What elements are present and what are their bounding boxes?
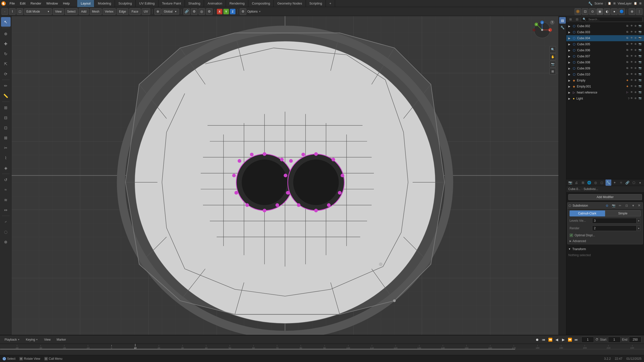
grid-view-icon[interactable]: ⊞ (549, 68, 556, 75)
outliner-search-input[interactable] (587, 17, 641, 22)
tool-select[interactable]: ↖ (1, 17, 11, 27)
outliner-item-cube008[interactable]: ▶ ⬡ Cube.008 ⧉ 👁 ⊕ 📷 (566, 59, 644, 65)
modifier-render-btn[interactable]: 📷 (611, 203, 617, 208)
tool-knife[interactable]: ✂ (1, 143, 11, 153)
modifier-cage-btn[interactable]: ⊡ (624, 203, 630, 208)
tool-randomize[interactable]: ≋ (1, 195, 11, 205)
tool-rip[interactable]: ⊗ (1, 237, 11, 247)
tab-scripting[interactable]: Scripting (306, 0, 326, 7)
prev-frame-btn[interactable]: ⏪ (547, 337, 553, 343)
tool-loop-cut[interactable]: ⊠ (1, 133, 11, 143)
tool-measure[interactable]: 📏 (1, 91, 11, 101)
tab-texture-paint[interactable]: Texture Paint (158, 0, 185, 7)
tool-poly-build[interactable]: ◈ (1, 163, 11, 173)
cube004-render-icon[interactable]: 📷 (638, 36, 642, 40)
tab-shading[interactable]: Shading (185, 0, 204, 7)
uv-menu-btn[interactable]: UV (142, 8, 150, 15)
view-menu-btn[interactable]: View (53, 8, 64, 15)
vertex-mode-btn[interactable]: · (2, 8, 8, 15)
tool-sphere[interactable]: ◌ (1, 227, 11, 237)
props-tab-constraints[interactable]: 🔗 (624, 179, 630, 186)
render-increment-btn[interactable]: ▲ (637, 225, 641, 231)
props-tab-view-layer[interactable]: ⊞ (580, 179, 586, 186)
prop-tab-item[interactable]: ▤ (559, 17, 566, 24)
outliner-item-cube005[interactable]: ▶ ⬡ Cube.005 ⧉ 👁 ⊕ 📷 (566, 41, 644, 47)
props-tab-physics[interactable]: ⚛ (618, 179, 624, 186)
tab-modeling[interactable]: Modeling (94, 0, 115, 7)
optimal-display-checkbox[interactable]: ✓ (570, 234, 573, 237)
outliner-item-cube009[interactable]: ▶ ⬡ Cube.009 ⧉ 👁 ⊕ 📷 (566, 65, 644, 71)
tool-bevel[interactable]: ⊡ (1, 123, 11, 132)
xray-toggle-btn[interactable]: ⊙ (589, 8, 596, 15)
viewport-3d[interactable]: Front Orthographic (1) Cube.004 Millimet… (12, 16, 558, 335)
props-tab-output[interactable]: 🖨 (574, 179, 579, 186)
menu-edit[interactable]: Edit (17, 0, 28, 7)
edge-mode-btn[interactable]: ⌇ (9, 8, 16, 15)
tab-animation[interactable]: Animation (204, 0, 226, 7)
menu-window[interactable]: Window (44, 0, 60, 7)
gizmo-toggle-btn[interactable]: ⊕ (629, 8, 635, 15)
y-axis-btn[interactable]: Y (223, 9, 229, 14)
viewport-shading-rendered[interactable]: ● (611, 8, 618, 15)
outliner-item-cube002[interactable]: ▶ ⬡ Cube.002 ⧉ 👁 ⊕ 📷 (566, 23, 644, 29)
tool-spin[interactable]: ↺ (1, 175, 11, 185)
outliner-item-cube007[interactable]: ▶ ⬡ Cube.007 ⧉ 👁 ⊕ 📷 (566, 53, 644, 59)
playback-menu-btn[interactable]: Playback ▼ (3, 337, 22, 343)
start-frame-input[interactable]: 1 (608, 337, 621, 343)
jump-end-btn[interactable]: ⏭ (573, 337, 579, 343)
props-tab-world[interactable]: ◎ (593, 179, 598, 186)
viewport-shading-material[interactable]: ◐ (604, 8, 610, 15)
timeline-ruler[interactable]: -40 -30 -20 -10 0 10 20 30 40 50 60 70 8… (0, 344, 644, 350)
next-frame-btn[interactable]: ⏩ (567, 337, 573, 343)
camera-view-icon[interactable]: 📷 (549, 61, 556, 67)
props-tab-modifier[interactable]: 🔧 (606, 179, 611, 186)
timeline-scrollbar[interactable] (0, 349, 644, 350)
proportional-edit-btn[interactable]: ◎ (198, 8, 205, 15)
cube003-render-icon[interactable]: 📷 (638, 30, 642, 34)
play-btn[interactable]: ▶ (560, 337, 566, 343)
outliner-item-empty[interactable]: ▶ ◆ Empty ◆ 👁 ⊕ 📷 (566, 77, 644, 83)
tool-transform[interactable]: ⟳ (1, 69, 11, 79)
end-frame-input[interactable]: 250 (629, 337, 641, 343)
outliner-item-heart-reference[interactable]: ▶ ▷ heart reference ▷ 👁 ⊕ 📷 (566, 89, 644, 96)
cube004-select-icon[interactable]: ⊕ (634, 36, 638, 40)
marker-menu-btn[interactable]: Marker (55, 337, 68, 343)
snap-toggle-btn[interactable]: 🔗 (183, 8, 190, 15)
cube002-render-icon[interactable]: 📷 (638, 24, 642, 28)
props-tab-scene[interactable]: 🌐 (586, 179, 592, 186)
more-options-btn[interactable]: ⋮ (636, 8, 642, 15)
outliner-search-bar[interactable]: 🔍 (581, 17, 642, 22)
tab-rendering[interactable]: Rendering (226, 0, 248, 7)
tool-scale[interactable]: ⇱ (1, 59, 11, 69)
catmull-clark-btn[interactable]: Catmull-Clark (570, 210, 605, 216)
outliner-item-cube010[interactable]: ▶ ⬡ Cube.010 ⧉ 👁 ⊕ 📷 (566, 71, 644, 77)
prop-tab-tool[interactable]: 🔧 (559, 24, 566, 31)
outliner-filter-btn[interactable]: ⊞ (568, 17, 573, 22)
overlay-toggle-btn[interactable]: ⊡ (582, 8, 588, 15)
transform-orient-icon[interactable]: ⊕ (154, 8, 161, 15)
simple-btn[interactable]: Simple (605, 210, 641, 216)
tool-rotate[interactable]: ↻ (1, 49, 11, 59)
outliner-item-cube003[interactable]: ▶ ⬡ Cube.003 ⧉ 👁 ⊕ 📷 (566, 29, 644, 35)
props-tab-particles[interactable]: ✦ (612, 179, 618, 186)
current-frame-display[interactable]: 1 (581, 337, 594, 343)
jump-start-btn[interactable]: ⏮ (541, 337, 547, 343)
menu-help[interactable]: Help (60, 0, 72, 7)
outliner-item-light[interactable]: ▶ ● Light ? 👁 ⊕ 📷 (566, 96, 644, 102)
tool-slide-relax[interactable]: ⇔ (1, 205, 11, 215)
outliner-sort-btn[interactable]: ⊟ (574, 17, 580, 22)
face-mode-btn[interactable]: ◻ (17, 8, 23, 15)
modifier-realtime-btn[interactable]: ⊙ (604, 203, 610, 208)
play-reverse-btn[interactable]: ◀ (554, 337, 560, 343)
edge-menu-btn[interactable]: Edge (117, 8, 128, 15)
timeline-scrollbar-thumb[interactable] (0, 349, 515, 350)
cube002-select-icon[interactable]: ⊕ (634, 24, 638, 28)
tab-uv-editing[interactable]: UV Editing (136, 0, 158, 7)
zoom-icon[interactable]: 🔍 (549, 46, 556, 53)
tool-move[interactable]: ✚ (1, 39, 11, 49)
nav-gizmo[interactable]: X Y Z ? (530, 20, 555, 45)
tool-bisect[interactable]: ⌇ (1, 153, 11, 163)
tool-cursor[interactable]: ⊕ (1, 29, 11, 38)
props-tab-material[interactable]: ● (637, 179, 643, 186)
cube004-vis-icon[interactable]: 👁 (630, 36, 634, 40)
